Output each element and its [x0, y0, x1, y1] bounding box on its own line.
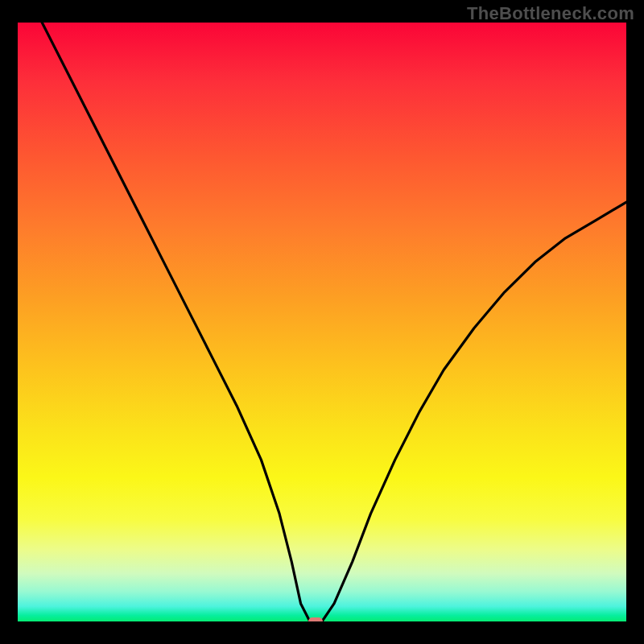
plot-area [18, 23, 626, 621]
watermark-text: TheBottleneck.com [467, 3, 634, 24]
curve-svg [18, 23, 626, 621]
minimum-marker [308, 617, 323, 621]
bottleneck-curve [42, 23, 626, 621]
chart-frame: TheBottleneck.com [0, 0, 644, 644]
